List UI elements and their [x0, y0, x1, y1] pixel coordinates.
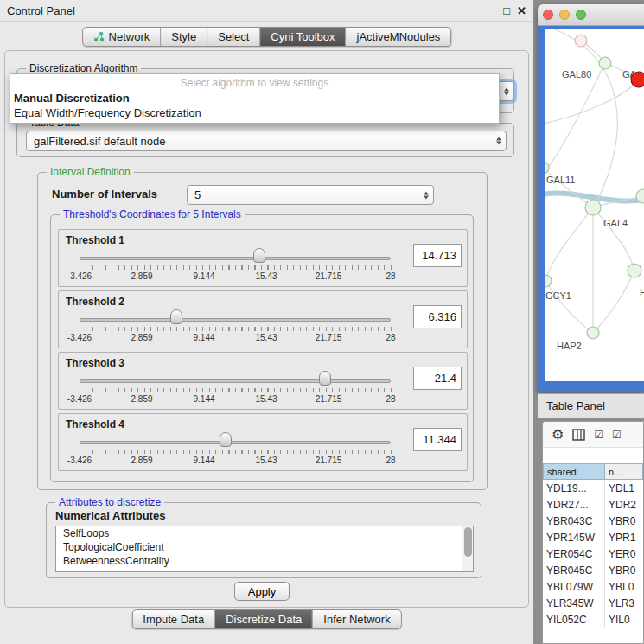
tab-jactivemnodules[interactable]: jActiveMNodules: [346, 28, 451, 46]
scale-tick-label: -3.426: [67, 333, 92, 342]
table-cell[interactable]: YBR0: [605, 562, 643, 578]
network-node[interactable]: [599, 57, 611, 69]
table-cell[interactable]: YBL0: [605, 578, 643, 595]
highlighted-node[interactable]: [631, 72, 644, 87]
table-row[interactable]: YBR045CYBR0: [543, 562, 643, 578]
column-header-name[interactable]: n...: [605, 463, 643, 480]
tab-select[interactable]: Select: [207, 28, 259, 46]
network-node[interactable]: [585, 200, 601, 215]
threshold-slider-thumb[interactable]: [253, 248, 265, 263]
scale-tick-label: 21.715: [316, 394, 342, 404]
group-title: Attributes to discretize: [55, 496, 164, 508]
network-canvas[interactable]: GAL80 GA GAL11 GAL4 GCY1 HAP2 H: [545, 29, 644, 381]
float-window-button[interactable]: □: [503, 4, 510, 17]
threshold-label: Threshold 3: [66, 357, 124, 369]
table-data-combobox[interactable]: galFiltered.sif default node: [26, 131, 507, 151]
table-row[interactable]: YBL079WYBL0: [543, 578, 643, 595]
table-cell[interactable]: YPR1: [605, 529, 643, 545]
tab-infer-network[interactable]: Infer Network: [312, 610, 400, 628]
select-check-icon[interactable]: ☑: [594, 429, 603, 441]
attribute-list-item[interactable]: BetweennessCentrality: [56, 554, 462, 568]
threshold-value-field[interactable]: 6.316: [413, 305, 462, 328]
scale-tick-label: 28: [386, 394, 395, 404]
threshold-value-field[interactable]: 21.4: [413, 367, 462, 390]
scale-tick-label: 28: [386, 333, 395, 342]
tab-label: Select: [218, 30, 249, 43]
network-node[interactable]: [575, 35, 587, 47]
threshold-value-field[interactable]: 14.713: [413, 244, 462, 267]
table-cell[interactable]: YBR043C: [543, 513, 605, 529]
table-cell[interactable]: YER0: [605, 545, 643, 562]
combo-stepper-icon: [424, 191, 429, 199]
threshold-slider-thumb[interactable]: [220, 432, 232, 447]
threshold-slider-thumb[interactable]: [319, 371, 331, 386]
table-cell[interactable]: YLR345W: [543, 595, 605, 611]
tab-cyni-toolbox[interactable]: Cyni Toolbox: [259, 28, 345, 46]
threshold-2-panel: Threshold 2 -3.4262.8599.14415.4321.7152…: [58, 290, 468, 348]
close-window-button[interactable]: [543, 10, 553, 20]
table-row[interactable]: YIL052CYIL0: [543, 611, 643, 628]
table-cell[interactable]: YDR27...: [543, 496, 605, 513]
table-row[interactable]: YDL19...YDL1: [543, 480, 643, 496]
slider-tick-marks: [80, 388, 392, 392]
close-panel-button[interactable]: ✕: [517, 4, 526, 17]
threshold-value-field[interactable]: 11.344: [413, 428, 462, 451]
dropdown-option-manual[interactable]: Manual Discretization: [10, 91, 499, 105]
table-cell[interactable]: YIL0: [605, 611, 643, 628]
table-row[interactable]: YDR27...YDR2: [543, 496, 643, 513]
threshold-slider-track[interactable]: [80, 318, 391, 322]
algorithm-dropdown-popup: Select algorithm to view settings Manual…: [10, 73, 500, 124]
network-node[interactable]: [545, 275, 552, 287]
scale-tick-label: 15.43: [255, 394, 277, 404]
table-cell[interactable]: YDR2: [605, 496, 643, 513]
threshold-slider-thumb[interactable]: [170, 309, 182, 324]
threshold-slider-track[interactable]: [80, 441, 391, 444]
list-scrollbar[interactable]: [462, 526, 473, 571]
table-row[interactable]: YBR043CYBR0: [543, 513, 643, 529]
scale-tick-label: 28: [386, 456, 395, 465]
table-cell[interactable]: YPR145W: [543, 529, 605, 545]
table-cell[interactable]: YDL1: [605, 480, 643, 496]
num-intervals-label: Number of Intervals: [52, 188, 157, 201]
scale-tick-label: 2.859: [131, 456, 152, 465]
tab-impute-data[interactable]: Impute Data: [132, 610, 214, 628]
table-cell[interactable]: YER054C: [543, 545, 605, 562]
table-cell[interactable]: YDL19...: [543, 480, 605, 496]
table-cell[interactable]: YBR045C: [543, 562, 605, 578]
attribute-list-item[interactable]: SelfLoops: [56, 526, 462, 540]
tab-discretize-data[interactable]: Discretize Data: [214, 610, 312, 628]
threshold-slider-track[interactable]: [80, 379, 391, 383]
scale-tick-label: 2.859: [131, 271, 152, 281]
minimize-window-button[interactable]: [559, 10, 570, 20]
tab-style[interactable]: Style: [160, 28, 207, 46]
network-edge: [545, 168, 593, 207]
scrollbar-thumb[interactable]: [464, 527, 472, 557]
attribute-list-item[interactable]: TopologicalCoefficient: [56, 540, 462, 554]
table-row[interactable]: YPR145WYPR1: [543, 529, 643, 545]
table-cell[interactable]: YIL052C: [543, 611, 605, 628]
table-row[interactable]: YLR345WYLR3: [543, 595, 643, 611]
apply-button[interactable]: Apply: [234, 582, 290, 601]
zoom-window-button[interactable]: [576, 10, 586, 20]
dropdown-option-equal-width[interactable]: Equal Width/Frequency Discretization: [10, 105, 499, 120]
table-row[interactable]: YER054CYER0: [543, 545, 643, 562]
gear-icon[interactable]: ⚙: [552, 426, 564, 443]
group-title: Discretization Algorithm: [26, 62, 141, 74]
network-view-window: GAL80 GA GAL11 GAL4 GCY1 HAP2 H: [538, 4, 644, 392]
dropdown-placeholder: Select algorithm to view settings: [10, 74, 499, 91]
select-check-icon[interactable]: ☑: [612, 429, 622, 441]
tab-network[interactable]: Network: [83, 28, 161, 46]
network-node[interactable]: [628, 264, 641, 277]
table-cell[interactable]: YLR3: [605, 595, 643, 611]
columns-icon[interactable]: [572, 429, 585, 441]
network-edge: [545, 81, 637, 124]
num-intervals-combobox[interactable]: 5: [187, 185, 434, 205]
table-cell[interactable]: YBL079W: [543, 578, 605, 595]
network-node[interactable]: [587, 327, 599, 339]
control-panel-titlebar: Control Panel □ ✕: [0, 0, 533, 22]
threshold-slider-track[interactable]: [80, 257, 391, 260]
column-header-shared-name[interactable]: shared...: [543, 463, 605, 480]
threshold-label: Threshold 2: [66, 296, 124, 308]
table-cell[interactable]: YBR0: [605, 513, 643, 529]
threshold-1-panel: Threshold 1 -3.4262.8599.14415.4321.7152…: [58, 229, 468, 287]
